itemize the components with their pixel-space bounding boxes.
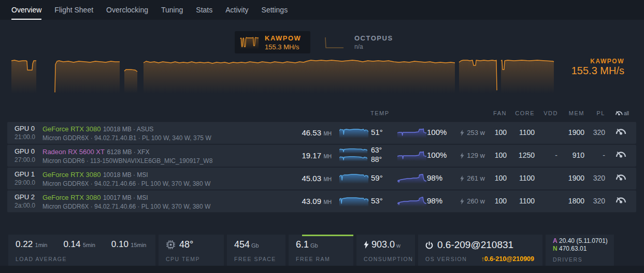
hashrate-unit: MH [323,154,332,159]
overclock-all-button[interactable]: all [614,110,629,116]
power-limit: 320 [584,128,605,136]
gpu-bus-id: 27:00.0 [15,156,35,165]
nvidia-letter: N [553,245,557,252]
amd-driver-version: 20.40 (5.11.0701) [559,237,608,244]
gpu-detail: Micron GDDR6 · 113-150WBNAVIXLE6GB_MIC_1… [42,157,212,166]
temp-sparkline [339,128,368,138]
load-5min-value: 0.14 [63,239,80,249]
fan-setting: 100 [474,197,507,205]
mem-clock: 1800 [557,197,584,205]
nvidia-driver-line: N 470.63.01 [553,245,608,253]
hashrate-value: 43.09 [302,197,321,206]
bolt-icon [364,241,369,249]
os-upgrade-link[interactable]: ↑0.6-210@210909 [481,255,534,263]
gpu-id-block: GPU 2 2a:00.0 [15,193,35,210]
power-limit: 320 [584,174,605,182]
consumption-value: 903.0 [371,239,395,250]
tab-overview[interactable]: Overview [11,0,41,20]
gpu-mem-vendor: 10017 MB · MSI [103,194,148,201]
gpu-index: GPU 0 [15,147,35,156]
miner-badge-kawpow[interactable]: KAWPOW 155.3 MH/s [235,31,310,53]
cpu-temp-card: 48° CPU TEMP [159,235,224,266]
core-clock: 1100 [507,174,535,182]
octopus-badge-text: OCTOPUS n/a [354,34,393,50]
header-core: CORE [509,110,535,116]
gpu-hashrate: 19.17 MH [266,151,332,160]
free-ram-value: 6.1 [296,239,309,250]
overclock-gauge-button[interactable] [614,173,629,182]
gpu-row-1: GPU 0 27:00.0 Radeon RX 5600 XT 6128 MB … [7,145,636,167]
gpu-name-link[interactable]: Radeon RX 5600 XT [42,148,105,156]
fan-sparkline [397,173,426,184]
power-icon [425,241,433,250]
nvidia-driver-version: 470.63.01 [559,245,586,252]
load-average-card: 0.22 1min 0.14 5min 0.10 15min LOAD AVER… [8,235,155,266]
cpu-temp-label: CPU TEMP [166,256,200,262]
tab-tuning[interactable]: Tuning [161,0,183,20]
load-average-label: LOAD AVERAGE [16,256,67,262]
drivers-label: DRIVERS [553,256,582,263]
octopus-hashrate-value: n/a [354,43,393,50]
ram-usage-bar [302,235,353,236]
hashrate-unit: MH [323,176,332,182]
core-clock: 1100 [507,128,535,136]
tab-stats[interactable]: Stats [196,0,212,20]
mem-clock: 1900 [557,174,584,182]
overclock-gauge-button[interactable] [614,127,629,136]
hashrate-unit: MH [323,199,332,205]
os-upgrade-version: 0.6-210@210909 [484,255,534,263]
header-pl: PL [584,110,605,116]
hashrate-chart [11,54,554,93]
gpu-info-block: GeForce RTX 3080 10018 MB · MSI Micron G… [42,170,210,188]
fan-sparkline [397,196,426,207]
overclock-gauge-button[interactable] [614,150,629,159]
gauge-icon [614,127,627,136]
hashrate-value: 45.03 [302,174,321,183]
tab-activity[interactable]: Activity [225,0,248,20]
os-version-value: 0.6-209@210831 [437,239,513,251]
temp-value: 51° [371,128,383,136]
gpu-index: GPU 0 [15,124,35,133]
load-average-values: 0.22 1min 0.14 5min 0.10 15min [16,239,149,250]
kawpow-algo-label: KAWPOW [265,34,301,42]
cpu-chip-icon [166,240,176,250]
kawpow-sparkline-chart [240,36,260,49]
gpu-name-link[interactable]: GeForce RTX 3080 [42,171,101,179]
core-clock: 1100 [507,197,535,205]
gpu-index: GPU 1 [15,170,35,179]
drivers-card: A 20.40 (5.11.0701) N 470.63.01 DRIVERS [546,235,614,266]
mem-clock: 910 [557,151,584,159]
temp-sparkline-junction [339,156,367,161]
tab-flight-sheet[interactable]: Flight Sheet [54,0,93,20]
temp-value: 53° [371,196,383,205]
temp-value: 63° [371,146,382,154]
gpu-hashrate: 46.53 MH [266,128,332,138]
hashrate-value: 46.53 [302,128,321,137]
tab-overclocking[interactable]: Overclocking [106,0,148,20]
bolt-icon [460,175,464,182]
gpu-id-block: GPU 0 21:00.0 [15,124,35,142]
power-limit: - [584,151,605,159]
free-ram-card: 6.1 Gb FREE RAM [289,235,353,266]
overclock-gauge-button[interactable] [614,196,629,204]
top-nav: Overview Flight Sheet Overclocking Tunin… [0,0,644,20]
gpu-mem-vendor: 6128 MB · XFX [107,148,149,156]
miner-badge-octopus[interactable]: OCTOPUS n/a [324,31,407,53]
load-1min-unit: 1min [35,242,48,248]
power-limit: 320 [584,197,605,205]
temp-value: 59° [371,173,383,182]
consumption-card: 903.0 w CONSUMPTION [356,235,415,266]
header-vdd: VDD [537,110,558,116]
bolt-icon [460,153,464,159]
tab-settings[interactable]: Settings [262,0,288,20]
gpu-name-link[interactable]: GeForce RTX 3080 [42,125,101,133]
gpu-name-link[interactable]: GeForce RTX 3080 [42,194,101,201]
chart-hashrate-value: 155.3 MH/s [571,65,624,77]
free-ram-label: FREE RAM [296,256,330,262]
fan-setting: 100 [474,174,507,182]
free-space-unit: Gb [251,242,259,249]
chart-algo-label: KAWPOW [590,58,624,65]
vdd-value: - [536,151,557,159]
os-version-label: OS VERSION [425,256,467,262]
fan-sparkline [397,128,426,138]
